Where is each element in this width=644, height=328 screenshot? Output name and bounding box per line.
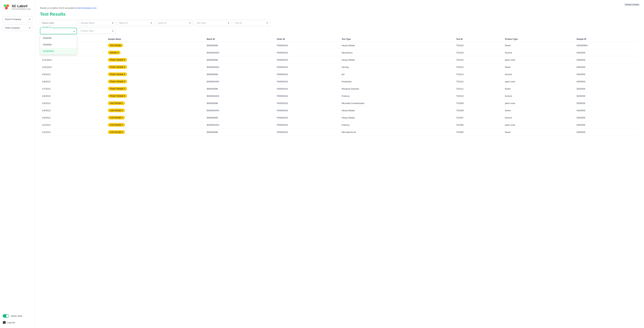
sample-name-badge[interactable]: Flower Sample 3 xyxy=(108,72,127,76)
cell-report-date: 1/11/2013 xyxy=(40,56,106,64)
cell-sample-name: Leaf Sample 1 xyxy=(106,114,205,121)
sample-name-badge[interactable]: Flower Sample 3 xyxy=(108,94,127,98)
cell-test-type: Heavy Metals xyxy=(340,114,454,121)
cell-test-type: Heavy Metals xyxy=(340,56,454,64)
sample-name-badge[interactable]: Leaf Sample 1 xyxy=(108,130,125,134)
admin-view-toggle[interactable] xyxy=(3,314,9,317)
cell-test-id: T02316 xyxy=(454,49,503,56)
table-row: 1/7/2013 Flower Sample 3 B99938388 P0000… xyxy=(40,85,639,92)
cell-batch-id: B99938388 xyxy=(205,85,275,92)
cell-sample-id: S009359 xyxy=(574,71,639,78)
cell-sample-name: Leaf Sample 1 xyxy=(106,128,205,136)
cell-report-date: 1/6/2013 xyxy=(40,92,106,100)
toggle-knob xyxy=(6,314,9,317)
sample-name-badge[interactable]: Flower Sample 3 xyxy=(108,80,127,83)
cell-batch-id: B99938388 xyxy=(205,56,275,64)
cell-sample-id: S00935904 xyxy=(574,42,639,49)
upload-images-button[interactable]: Upload Images xyxy=(625,3,639,6)
child-company-select[interactable]: Child Company xyxy=(3,25,32,31)
sample-name-badge[interactable]: Leaf Sample 1 xyxy=(108,101,125,105)
cell-product-type: plant roots xyxy=(503,78,574,85)
table-row: 1/1/2013 Leaf Sample 1 B99938388 P000003… xyxy=(40,128,639,136)
sample-name-select[interactable]: Sample Name xyxy=(78,20,116,26)
col-sample-name: Sample Name xyxy=(106,37,205,42)
test-id-select[interactable]: Test ID xyxy=(233,20,270,26)
order-id-select[interactable]: Order ID xyxy=(156,20,193,26)
sample-name-filter-wrap: Sample Name ▼ xyxy=(78,20,116,26)
product-type-filter-wrap: Product Type ▼ xyxy=(78,28,116,34)
cell-product-type: flower xyxy=(503,107,574,114)
batch-id-select[interactable]: Batch ID xyxy=(117,20,154,26)
cell-batch-id: B000003453 xyxy=(205,107,275,114)
logout-button[interactable]: ⬛ Log Out xyxy=(3,320,32,325)
cell-product-type: tincture xyxy=(503,92,574,100)
sample-name-badge[interactable]: Leaf Sample 1 xyxy=(108,116,125,119)
cell-report-date: 1/8/2013 xyxy=(40,78,106,85)
sample-menu-item-3[interactable]: S00935904 xyxy=(40,48,77,54)
cell-report-date: 1/1/2013 xyxy=(40,128,106,136)
page-title: Test Results xyxy=(40,12,639,17)
sample-name-badge[interactable]: Test Sample xyxy=(108,44,123,47)
sample-name-badge[interactable]: Flower Sample 3 xyxy=(108,58,127,62)
cell-product-type: tincture xyxy=(503,71,574,78)
cell-batch-id: B000003453 xyxy=(205,49,275,56)
cell-sample-id: S009358 xyxy=(574,100,639,107)
product-type-select[interactable]: Product Type xyxy=(78,28,116,34)
filter-row-2: Sample ID ▲ S009359 S009358 S00935904 Pr… xyxy=(40,28,639,34)
col-sample-id: Sample ID xyxy=(574,37,639,42)
sample-name-badge[interactable]: Flower Sample 3 xyxy=(108,65,127,69)
cell-sample-name: Flower Sample 3 xyxy=(106,71,205,78)
filter-row-1: Sample Name ▼ Batch ID ▼ Order ID ▼ Test… xyxy=(40,20,639,26)
cell-product-type: flower xyxy=(503,64,574,71)
sample-id-label: Sample ID xyxy=(42,26,52,28)
sample-name-badge[interactable]: Sample 3 xyxy=(108,51,120,54)
cell-test-type: Potency xyxy=(340,92,454,100)
cell-batch-id: B99938388 xyxy=(205,114,275,121)
cell-batch-id: B000003453 xyxy=(205,64,275,71)
cell-batch-id: B000003453 xyxy=(205,92,275,100)
cell-test-type: Heavy Metals xyxy=(340,107,454,114)
child-company-dropdown[interactable]: Child Company ▼ xyxy=(3,25,32,31)
cell-batch-id: B000003453 xyxy=(205,121,275,128)
sample-name-badge[interactable]: Leaf Sample 1 xyxy=(108,123,125,127)
sample-name-badge[interactable]: Leaf Sample 1 xyxy=(108,109,125,112)
table-row: 1/3/2013 Leaf Sample 1 B99938388 P000003… xyxy=(40,114,639,121)
cell-product-type: tincture xyxy=(503,114,574,121)
cell-sample-name: Flower Sample 3 xyxy=(106,92,205,100)
cell-sample-id: S009359 xyxy=(574,78,639,85)
results-table-wrap: Report Date Sample Name Batch ID Order I… xyxy=(40,37,639,136)
cell-sample-id: S009359 xyxy=(574,92,639,100)
cell-sample-name: Leaf Sample 1 xyxy=(106,107,205,114)
botanacor-link[interactable]: clients.botanacor.com xyxy=(77,7,96,9)
table-row: 1/8/2013 Flower Sample 3 B000003453 P000… xyxy=(40,78,639,85)
sidebar-bottom: Admin View ⬛ Log Out xyxy=(3,314,32,325)
table-row: 1/11/2013 Flower Sample 3 B99938388 P000… xyxy=(40,56,639,64)
sample-id-filter-wrap: Sample ID ▲ S009359 S009358 S00935904 xyxy=(40,28,77,34)
parent-company-select[interactable]: Parent Company xyxy=(3,16,32,22)
cell-sample-id: S009359 xyxy=(574,85,639,92)
sample-id-input[interactable] xyxy=(40,28,77,34)
logo-area: SC Labs® Formerly Botanacor Labs xyxy=(3,3,32,11)
cell-sample-id: S009358 xyxy=(574,121,639,128)
cell-test-id: T02320 xyxy=(454,42,503,49)
test-type-select[interactable]: Test Type xyxy=(194,20,231,26)
test-type-filter-wrap: Test Type ▼ xyxy=(194,20,231,26)
report-date-input[interactable] xyxy=(40,20,77,26)
cell-test-type: Density xyxy=(340,64,454,71)
logout-icon: ⬛ xyxy=(3,321,6,324)
cell-test-type: Microbial-Ecoli xyxy=(340,128,454,136)
cell-test-type: Mycotoxins xyxy=(340,49,454,56)
sample-name-badge[interactable]: Flower Sample 3 xyxy=(108,87,127,91)
cell-report-date: 1/9/2013 xyxy=(40,71,106,78)
cell-sample-id: S009359 xyxy=(574,49,639,56)
cell-order-id: P00000332 xyxy=(275,100,340,107)
svg-point-0 xyxy=(4,4,6,7)
sample-menu-item-1[interactable]: S009359 xyxy=(40,35,77,41)
notice-text: Results on or before 2/1/22 are posted a… xyxy=(40,7,76,9)
cell-report-date: 1/10/2013 xyxy=(40,64,106,71)
cell-test-id: T02309 xyxy=(454,100,503,107)
parent-company-dropdown[interactable]: Parent Company ▼ xyxy=(3,16,32,22)
cell-test-id: T02311 xyxy=(454,85,503,92)
cell-sample-name: Test Sample xyxy=(106,42,205,49)
sample-menu-item-2[interactable]: S009358 xyxy=(40,41,77,48)
